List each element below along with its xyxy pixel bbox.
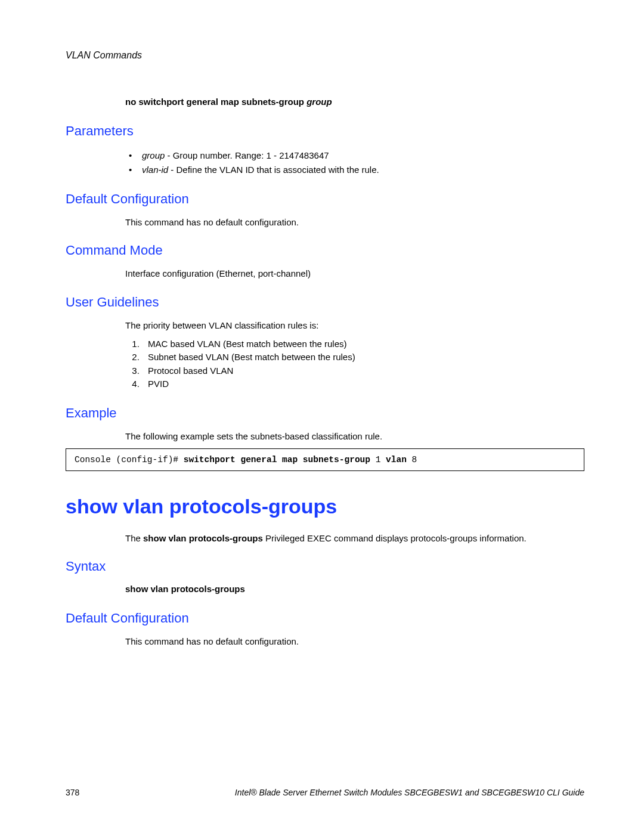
- no-command-syntax: no switchport general map subnets-group …: [125, 97, 584, 107]
- default-config-heading: Default Configuration: [66, 191, 584, 207]
- code-plain: Console (config-if)#: [75, 455, 184, 465]
- command-title: show vlan protocols-groups: [66, 495, 584, 518]
- guide-title: Intel® Blade Server Ethernet Switch Modu…: [235, 788, 584, 797]
- code-plain: 1: [370, 455, 386, 465]
- priority-item: PVID: [142, 377, 584, 391]
- syntax-bold: no switchport general map subnets-group: [125, 97, 304, 107]
- parameters-list: group - Group number. Range: 1 - 2147483…: [125, 148, 584, 177]
- default-config-text-2: This command has no default configuratio…: [125, 636, 584, 648]
- priority-list: MAC based VLAN (Best match between the r…: [125, 337, 584, 391]
- desc-pre: The: [125, 533, 143, 543]
- default-config-heading-2: Default Configuration: [66, 611, 584, 626]
- command-description: The show vlan protocols-groups Privilege…: [125, 532, 584, 544]
- example-code-block: Console (config-if)# switchport general …: [66, 448, 584, 471]
- syntax-text: show vlan protocols-groups: [125, 584, 584, 594]
- param-desc: - Group number. Range: 1 - 2147483647: [165, 150, 329, 160]
- priority-item: Subnet based VLAN (Best match between th…: [142, 351, 584, 364]
- command-mode-text: Interface configuration (Ethernet, port-…: [125, 268, 584, 280]
- example-text: The following example sets the subnets-b…: [125, 431, 584, 442]
- page-footer: 378 Intel® Blade Server Ethernet Switch …: [66, 788, 584, 797]
- user-guidelines-heading: User Guidelines: [66, 295, 584, 310]
- param-name: group: [142, 150, 165, 160]
- user-guidelines-intro: The priority between VLAN classification…: [125, 320, 584, 332]
- code-plain: 8: [407, 455, 417, 465]
- default-config-text: This command has no default configuratio…: [125, 216, 584, 228]
- code-bold: switchport general map subnets-group: [184, 455, 370, 465]
- param-item: vlan-id - Define the VLAN ID that is ass…: [125, 163, 584, 177]
- syntax-param: group: [306, 97, 332, 107]
- document-page: VLAN Commands no switchport general map …: [0, 0, 644, 833]
- param-item: group - Group number. Range: 1 - 2147483…: [125, 148, 584, 163]
- priority-item: Protocol based VLAN: [142, 364, 584, 378]
- example-heading: Example: [66, 405, 584, 421]
- syntax-heading: Syntax: [66, 559, 584, 574]
- param-desc: - Define the VLAN ID that is associated …: [168, 165, 379, 175]
- param-name: vlan-id: [142, 165, 168, 175]
- desc-cmd-name: show vlan protocols-groups: [143, 533, 263, 543]
- page-number: 378: [66, 788, 79, 797]
- desc-post: Privileged EXEC command displays protoco…: [263, 533, 527, 543]
- code-bold: vlan: [386, 455, 407, 465]
- chapter-header: VLAN Commands: [66, 50, 584, 61]
- command-mode-heading: Command Mode: [66, 243, 584, 258]
- priority-item: MAC based VLAN (Best match between the r…: [142, 337, 584, 351]
- parameters-heading: Parameters: [66, 123, 584, 139]
